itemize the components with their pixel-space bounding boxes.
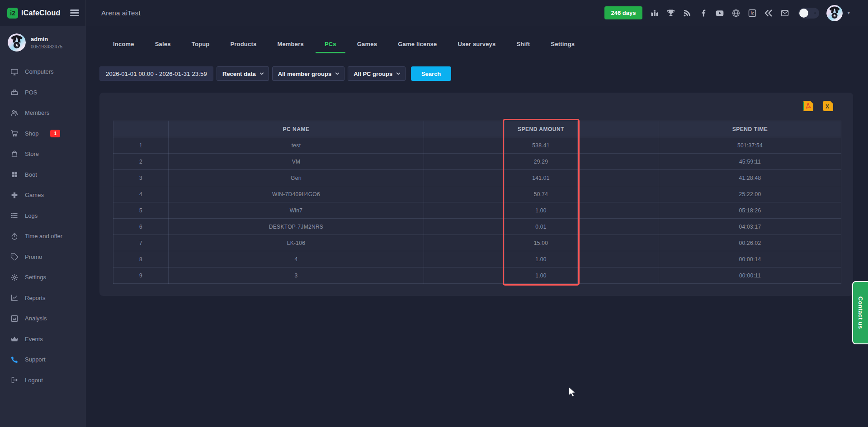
sidebar-item-support[interactable]: Support: [0, 349, 86, 370]
sidebar-item-computers[interactable]: Computers: [0, 61, 86, 82]
sidebar-item-store[interactable]: Store: [0, 144, 86, 164]
sidebar-item-analysis[interactable]: Analysis: [0, 308, 86, 329]
sidebar-item-label: Boot: [25, 171, 37, 178]
table-row: 6DESKTOP-7JM2NRS0.0104:03:17: [113, 219, 841, 235]
empty-cell: [578, 186, 659, 202]
sidebar-item-time-and-offer[interactable]: Time and offer: [0, 226, 86, 247]
contact-us-tab[interactable]: Contact us: [852, 281, 868, 344]
tab-game-license[interactable]: Game license: [389, 41, 446, 53]
tab-settings[interactable]: Settings: [542, 41, 584, 53]
excel-export-icon[interactable]: X: [823, 101, 833, 111]
column-header-spend-amount[interactable]: SPEND AMOUNT: [505, 121, 578, 137]
rss-icon[interactable]: [682, 8, 692, 18]
column-header-spend-time[interactable]: SPEND TIME: [659, 121, 841, 137]
sidebar-nav: ComputersPOSMembersShop1StoreBootGamesLo…: [0, 61, 86, 390]
sidebar-item-boot[interactable]: Boot: [0, 164, 86, 185]
sidebar-item-events[interactable]: Events: [0, 329, 86, 350]
row-index-cell: 5: [113, 202, 169, 219]
user-avatar[interactable]: [826, 5, 843, 21]
members-icon: [10, 109, 19, 117]
empty-cell: [424, 170, 505, 186]
sidebar-item-label: Time and offer: [25, 233, 62, 239]
brand-name: iCafeCloud: [21, 9, 60, 17]
tab-games[interactable]: Games: [348, 41, 386, 53]
spend-amount-cell: 0.01: [505, 219, 578, 235]
spend-time-cell: 25:22:00: [659, 186, 841, 202]
layers-icon[interactable]: [764, 8, 773, 18]
logout-icon: [10, 376, 19, 384]
pc-name-cell: Geri: [169, 170, 424, 186]
trophy-icon[interactable]: [666, 8, 675, 18]
pc-name-cell: VM: [169, 154, 424, 170]
empty-cell: [578, 202, 659, 219]
spend-time-cell: 04:03:17: [659, 219, 841, 235]
report-panel: X PC NAMESPEND AMOUNTSPEND TIME 1test538…: [99, 93, 853, 296]
brand-logo[interactable]: i2 iCafeCloud: [7, 8, 60, 19]
sidebar-item-shop[interactable]: Shop1: [0, 123, 86, 144]
sidebar-item-games[interactable]: Games: [0, 185, 86, 206]
sidebar-item-pos[interactable]: POS: [0, 82, 86, 103]
top-header: i2 iCafeCloud Arena aiTest 246 days i2 ▾: [0, 0, 868, 26]
promo-icon: [10, 253, 19, 261]
logs-icon: [10, 211, 19, 220]
sidebar-item-settings[interactable]: Settings: [0, 267, 86, 288]
subscription-days-badge[interactable]: 246 days: [604, 6, 643, 19]
spend-amount-cell: 15.00: [505, 235, 578, 251]
icafe-icon[interactable]: i2: [747, 8, 757, 18]
report-tabs: IncomeSalesTopupProductsMembersPCsGamesG…: [86, 26, 868, 53]
spend-amount-cell: 1.00: [505, 202, 578, 219]
sidebar-user-block: admin 005193482475: [0, 26, 86, 52]
sidebar-item-members[interactable]: Members: [0, 103, 86, 123]
search-button[interactable]: Search: [411, 66, 451, 81]
tab-members[interactable]: Members: [268, 41, 312, 53]
empty-cell: [424, 251, 505, 267]
sidebar-item-logout[interactable]: Logout: [0, 370, 86, 391]
data-source-select[interactable]: Recent data: [217, 66, 269, 81]
menu-toggle-icon[interactable]: [70, 8, 79, 18]
chevron-down-icon[interactable]: ▾: [847, 10, 850, 16]
tab-sales[interactable]: Sales: [146, 41, 180, 53]
sidebar-item-label: Logs: [25, 212, 38, 219]
column-header-empty[interactable]: [424, 121, 505, 137]
sidebar-item-reports[interactable]: Reports: [0, 288, 86, 309]
facebook-icon[interactable]: [698, 8, 708, 18]
column-header-pc-name[interactable]: PC NAME: [169, 121, 424, 137]
empty-cell: [424, 137, 505, 154]
sidebar-item-label: Reports: [25, 295, 46, 301]
spend-amount-cell: 141.01: [505, 170, 578, 186]
report-table: PC NAMESPEND AMOUNTSPEND TIME 1test538.4…: [113, 121, 841, 284]
sidebar-item-promo[interactable]: Promo: [0, 247, 86, 267]
contact-us-label: Contact us: [857, 296, 864, 329]
pos-icon: [10, 88, 19, 96]
sidebar-item-label: Logout: [25, 377, 43, 384]
store-icon: [10, 150, 19, 158]
theme-toggle[interactable]: [798, 8, 819, 19]
table-row: 7LK-10615.0000:26:02: [113, 235, 841, 251]
globe-icon[interactable]: [731, 8, 741, 18]
tab-pcs[interactable]: PCs: [316, 41, 345, 53]
pc-group-select[interactable]: All PC groups: [348, 66, 406, 81]
sidebar-item-label: Events: [25, 336, 43, 343]
column-header-empty[interactable]: [113, 121, 169, 137]
tab-products[interactable]: Products: [221, 41, 265, 53]
sidebar-item-label: Computers: [25, 68, 54, 75]
ranking-icon[interactable]: [650, 8, 659, 18]
tab-shift[interactable]: Shift: [507, 41, 539, 53]
tab-user-surveys[interactable]: User surveys: [448, 41, 505, 53]
pdf-export-icon[interactable]: [803, 101, 813, 111]
computers-icon: [10, 68, 19, 76]
sidebar-item-label: Analysis: [25, 315, 47, 322]
tab-topup[interactable]: Topup: [183, 41, 219, 53]
youtube-icon[interactable]: [715, 8, 724, 18]
pc-name-cell: test: [169, 137, 424, 154]
table-row: 931.0000:00:11: [113, 267, 841, 284]
pc-name-cell: DESKTOP-7JM2NRS: [169, 219, 424, 235]
settings-icon: [10, 273, 19, 282]
sidebar-item-logs[interactable]: Logs: [0, 206, 86, 226]
date-range-input[interactable]: 2026-01-01 00:00 - 2026-01-31 23:59: [99, 66, 213, 81]
column-header-empty[interactable]: [578, 121, 659, 137]
tab-income[interactable]: Income: [104, 41, 143, 53]
sidebar-user-id: 005193482475: [31, 44, 62, 49]
mail-icon[interactable]: [780, 8, 789, 18]
member-group-select[interactable]: All member groups: [272, 66, 344, 81]
